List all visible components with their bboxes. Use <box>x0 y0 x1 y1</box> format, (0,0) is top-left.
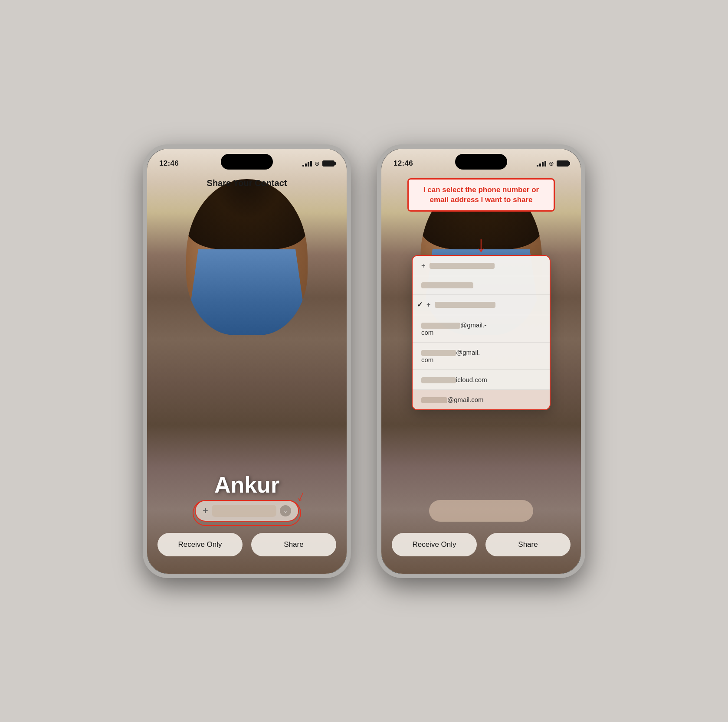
phone-1: 12:46 ⊛ Share Your Contact <box>143 144 351 578</box>
dynamic-island-2 <box>455 154 507 170</box>
dropdown-item-6[interactable]: icloud.com <box>413 370 550 390</box>
phone-2: 12:46 ⊛ Share Your Contact I <box>377 144 585 578</box>
battery-icon-2 <box>557 160 569 167</box>
dropdown-item-7[interactable]: @gmail.com <box>413 390 550 409</box>
email-text-6: icloud.com <box>421 376 487 383</box>
blurred-icloud-prefix <box>421 377 456 383</box>
dropdown-item-3[interactable]: + <box>413 295 550 315</box>
blurred-email-prefix-5 <box>421 350 456 356</box>
person-shirt-1 <box>186 249 308 335</box>
signal-icon-2 <box>537 160 546 167</box>
email-text-4: @gmail.-com <box>421 321 486 336</box>
annotation-arrow-2: ↓ <box>476 233 487 255</box>
wifi-icon-1: ⊛ <box>315 160 320 167</box>
share-button-1[interactable]: Share <box>251 533 336 556</box>
wifi-icon-2: ⊛ <box>549 160 554 167</box>
dropdown-item-1[interactable]: + <box>413 256 550 276</box>
bottom-buttons-2: Receive Only Share <box>381 533 581 556</box>
blurred-text-2 <box>421 282 473 288</box>
person-hair-1 <box>186 179 308 249</box>
phone-1-frame: 12:46 ⊛ Share Your Contact <box>143 144 351 578</box>
blurred-phone-1 <box>430 263 495 269</box>
blurred-email-prefix-4 <box>421 323 460 329</box>
person-photo-1 <box>186 179 308 335</box>
dynamic-island-1 <box>221 154 273 170</box>
contact-pill-2[interactable] <box>429 500 533 522</box>
person-name-1: Ankur <box>214 472 279 498</box>
signal-icon-1 <box>302 160 312 167</box>
contact-dropdown-menu[interactable]: + + @gmail.-com <box>412 255 551 410</box>
page-title-1: Share Your Contact <box>147 178 347 188</box>
battery-icon-1 <box>322 160 334 167</box>
dropdown-item-5[interactable]: @gmail.com <box>413 343 550 370</box>
status-icons-1: ⊛ <box>302 160 334 167</box>
email-text-5: @gmail.com <box>421 349 480 363</box>
phone-1-screen: 12:46 ⊛ Share Your Contact <box>147 149 347 574</box>
dropdown-item-4[interactable]: @gmail.-com <box>413 315 550 343</box>
status-time-1: 12:46 <box>159 159 179 168</box>
phone-2-screen: 12:46 ⊛ Share Your Contact I <box>381 149 581 574</box>
status-icons-2: ⊛ <box>537 160 569 167</box>
blurred-gmail-prefix <box>421 397 447 403</box>
red-highlight-box-1 <box>193 500 301 526</box>
blurred-phone-3 <box>435 302 495 308</box>
receive-only-button-1[interactable]: Receive Only <box>157 533 243 556</box>
status-time-2: 12:46 <box>394 159 413 168</box>
annotation-text-box: I can select the phone number or email a… <box>407 178 555 212</box>
dropdown-item-2[interactable] <box>413 276 550 295</box>
share-button-2[interactable]: Share <box>485 533 571 556</box>
receive-only-button-2[interactable]: Receive Only <box>392 533 477 556</box>
phone-2-frame: 12:46 ⊛ Share Your Contact I <box>377 144 585 578</box>
email-text-7: @gmail.com <box>421 396 484 403</box>
bottom-buttons-1: Receive Only Share <box>147 533 347 556</box>
